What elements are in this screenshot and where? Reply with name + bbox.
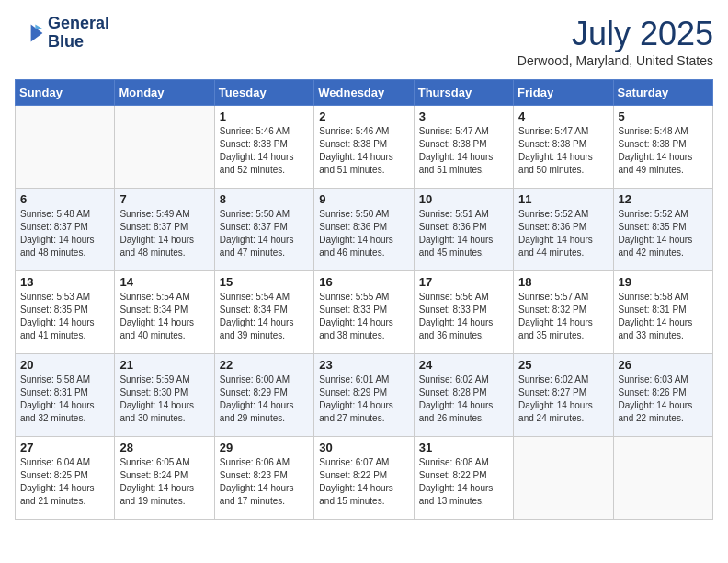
day-cell: 28Sunrise: 6:05 AM Sunset: 8:24 PM Dayli… <box>115 437 214 520</box>
weekday-header-row: SundayMondayTuesdayWednesdayThursdayFrid… <box>16 80 713 106</box>
weekday-header-wednesday: Wednesday <box>314 80 414 106</box>
day-cell: 4Sunrise: 5:47 AM Sunset: 8:38 PM Daylig… <box>514 106 613 189</box>
day-number: 31 <box>419 441 508 454</box>
day-info: Sunrise: 5:50 AM Sunset: 8:36 PM Dayligh… <box>319 208 408 259</box>
day-info: Sunrise: 5:59 AM Sunset: 8:30 PM Dayligh… <box>119 373 209 425</box>
day-info: Sunrise: 6:05 AM Sunset: 8:24 PM Dayligh… <box>119 456 209 508</box>
day-number: 12 <box>619 192 708 206</box>
day-info: Sunrise: 6:06 AM Sunset: 8:23 PM Dayligh… <box>220 456 309 508</box>
day-info: Sunrise: 5:46 AM Sunset: 8:38 PM Dayligh… <box>319 125 408 177</box>
day-number: 27 <box>20 441 109 454</box>
day-cell: 18Sunrise: 5:57 AM Sunset: 8:32 PM Dayli… <box>514 271 613 354</box>
day-cell <box>613 437 712 520</box>
day-cell: 8Sunrise: 5:50 AM Sunset: 8:37 PM Daylig… <box>214 189 313 271</box>
day-info: Sunrise: 6:00 AM Sunset: 8:29 PM Dayligh… <box>220 373 309 425</box>
day-number: 28 <box>119 441 209 454</box>
day-info: Sunrise: 5:48 AM Sunset: 8:37 PM Dayligh… <box>20 208 109 259</box>
calendar-table: SundayMondayTuesdayWednesdayThursdayFrid… <box>15 79 713 520</box>
day-number: 30 <box>319 441 408 454</box>
day-info: Sunrise: 5:58 AM Sunset: 8:31 PM Dayligh… <box>20 373 109 425</box>
weekday-header-tuesday: Tuesday <box>214 80 313 106</box>
day-cell: 9Sunrise: 5:50 AM Sunset: 8:36 PM Daylig… <box>314 189 414 271</box>
day-cell: 27Sunrise: 6:04 AM Sunset: 8:25 PM Dayli… <box>16 437 115 520</box>
day-number: 6 <box>20 192 109 206</box>
day-number: 4 <box>518 109 608 123</box>
day-info: Sunrise: 6:03 AM Sunset: 8:26 PM Dayligh… <box>619 373 708 425</box>
day-cell: 3Sunrise: 5:47 AM Sunset: 8:38 PM Daylig… <box>414 106 513 189</box>
day-cell: 7Sunrise: 5:49 AM Sunset: 8:37 PM Daylig… <box>115 189 214 271</box>
day-cell: 20Sunrise: 5:58 AM Sunset: 8:31 PM Dayli… <box>16 354 115 437</box>
day-number: 1 <box>220 109 309 123</box>
week-row-2: 6Sunrise: 5:48 AM Sunset: 8:37 PM Daylig… <box>16 189 713 271</box>
week-row-5: 27Sunrise: 6:04 AM Sunset: 8:25 PM Dayli… <box>16 437 713 520</box>
day-cell: 1Sunrise: 5:46 AM Sunset: 8:38 PM Daylig… <box>214 106 313 189</box>
day-cell <box>115 106 214 189</box>
day-number: 17 <box>419 275 508 289</box>
day-number: 22 <box>220 358 309 372</box>
day-info: Sunrise: 5:54 AM Sunset: 8:34 PM Dayligh… <box>119 291 209 342</box>
day-number: 10 <box>419 192 508 206</box>
day-info: Sunrise: 6:08 AM Sunset: 8:22 PM Dayligh… <box>419 456 508 508</box>
weekday-header-sunday: Sunday <box>16 80 115 106</box>
day-cell: 17Sunrise: 5:56 AM Sunset: 8:33 PM Dayli… <box>414 271 513 354</box>
day-number: 8 <box>220 192 309 206</box>
day-cell: 21Sunrise: 5:59 AM Sunset: 8:30 PM Dayli… <box>115 354 214 437</box>
day-cell: 29Sunrise: 6:06 AM Sunset: 8:23 PM Dayli… <box>214 437 313 520</box>
day-cell: 6Sunrise: 5:48 AM Sunset: 8:37 PM Daylig… <box>16 189 115 271</box>
day-info: Sunrise: 5:53 AM Sunset: 8:35 PM Dayligh… <box>20 291 109 342</box>
day-number: 13 <box>20 275 109 289</box>
day-info: Sunrise: 6:02 AM Sunset: 8:27 PM Dayligh… <box>518 373 608 425</box>
day-cell <box>514 437 613 520</box>
day-info: Sunrise: 6:02 AM Sunset: 8:28 PM Dayligh… <box>419 373 508 425</box>
logo: General Blue <box>15 15 109 52</box>
day-number: 2 <box>319 109 408 123</box>
day-cell: 25Sunrise: 6:02 AM Sunset: 8:27 PM Dayli… <box>514 354 613 437</box>
day-number: 25 <box>518 358 608 372</box>
day-number: 23 <box>319 358 408 372</box>
day-info: Sunrise: 5:47 AM Sunset: 8:38 PM Dayligh… <box>419 125 508 177</box>
weekday-header-saturday: Saturday <box>613 80 712 106</box>
day-number: 3 <box>419 109 508 123</box>
day-cell: 14Sunrise: 5:54 AM Sunset: 8:34 PM Dayli… <box>115 271 214 354</box>
month-title: July 2025 <box>518 15 713 53</box>
day-info: Sunrise: 5:56 AM Sunset: 8:33 PM Dayligh… <box>419 291 508 342</box>
day-cell: 19Sunrise: 5:58 AM Sunset: 8:31 PM Dayli… <box>613 271 712 354</box>
title-block: July 2025 Derwood, Maryland, United Stat… <box>518 15 713 68</box>
day-number: 14 <box>119 275 209 289</box>
logo-icon <box>15 18 44 48</box>
day-number: 16 <box>319 275 408 289</box>
weekday-header-monday: Monday <box>115 80 214 106</box>
day-number: 7 <box>119 192 209 206</box>
day-cell <box>16 106 115 189</box>
day-cell: 10Sunrise: 5:51 AM Sunset: 8:36 PM Dayli… <box>414 189 513 271</box>
day-cell: 31Sunrise: 6:08 AM Sunset: 8:22 PM Dayli… <box>414 437 513 520</box>
svg-marker-1 <box>35 24 42 29</box>
day-info: Sunrise: 5:51 AM Sunset: 8:36 PM Dayligh… <box>419 208 508 259</box>
day-info: Sunrise: 5:52 AM Sunset: 8:36 PM Dayligh… <box>518 208 608 259</box>
location: Derwood, Maryland, United States <box>518 53 713 68</box>
day-info: Sunrise: 5:58 AM Sunset: 8:31 PM Dayligh… <box>619 291 708 342</box>
day-cell: 24Sunrise: 6:02 AM Sunset: 8:28 PM Dayli… <box>414 354 513 437</box>
day-info: Sunrise: 5:55 AM Sunset: 8:33 PM Dayligh… <box>319 291 408 342</box>
day-info: Sunrise: 5:52 AM Sunset: 8:35 PM Dayligh… <box>619 208 708 259</box>
logo-text: General Blue <box>48 15 109 52</box>
day-info: Sunrise: 5:47 AM Sunset: 8:38 PM Dayligh… <box>518 125 608 177</box>
day-number: 24 <box>419 358 508 372</box>
day-cell: 15Sunrise: 5:54 AM Sunset: 8:34 PM Dayli… <box>214 271 313 354</box>
page-header: General Blue July 2025 Derwood, Maryland… <box>15 15 713 68</box>
week-row-3: 13Sunrise: 5:53 AM Sunset: 8:35 PM Dayli… <box>16 271 713 354</box>
day-number: 5 <box>619 109 708 123</box>
week-row-1: 1Sunrise: 5:46 AM Sunset: 8:38 PM Daylig… <box>16 106 713 189</box>
day-number: 11 <box>518 192 608 206</box>
day-info: Sunrise: 5:57 AM Sunset: 8:32 PM Dayligh… <box>518 291 608 342</box>
week-row-4: 20Sunrise: 5:58 AM Sunset: 8:31 PM Dayli… <box>16 354 713 437</box>
weekday-header-friday: Friday <box>514 80 613 106</box>
day-number: 9 <box>319 192 408 206</box>
day-number: 29 <box>220 441 309 454</box>
day-cell: 30Sunrise: 6:07 AM Sunset: 8:22 PM Dayli… <box>314 437 414 520</box>
day-info: Sunrise: 5:50 AM Sunset: 8:37 PM Dayligh… <box>220 208 309 259</box>
day-number: 18 <box>518 275 608 289</box>
day-cell: 23Sunrise: 6:01 AM Sunset: 8:29 PM Dayli… <box>314 354 414 437</box>
day-info: Sunrise: 6:04 AM Sunset: 8:25 PM Dayligh… <box>20 456 109 508</box>
day-info: Sunrise: 5:49 AM Sunset: 8:37 PM Dayligh… <box>119 208 209 259</box>
